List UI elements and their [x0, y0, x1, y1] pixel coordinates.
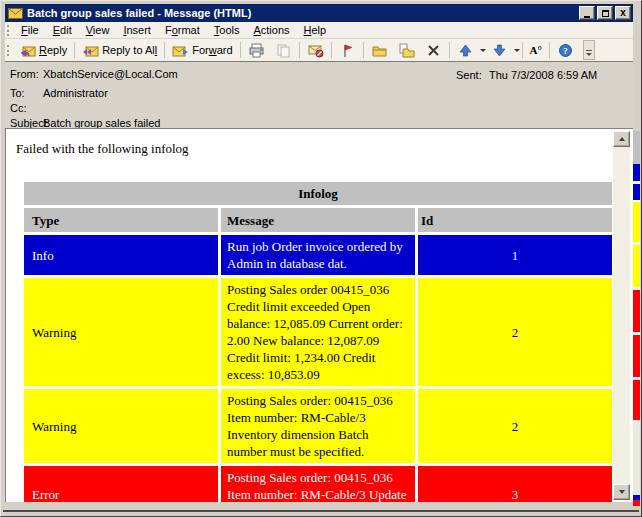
message-cell: Posting Sales order: 00415_036 Item numb… — [221, 389, 415, 463]
toolbar-separator — [240, 42, 241, 58]
previous-item-button[interactable] — [452, 40, 479, 60]
infolog-row: InfoRun job Order invoice ordered by Adm… — [24, 235, 612, 275]
toolbar-separator — [363, 42, 364, 58]
reply-all-icon — [82, 43, 99, 58]
flag-icon — [339, 43, 356, 58]
toolbar-options-button[interactable] — [583, 40, 595, 60]
body-intro-text: Failed with the following infolog — [6, 129, 633, 157]
delete-button[interactable] — [420, 40, 447, 60]
infolog-row: WarningPosting Sales order: 00415_036 It… — [24, 389, 612, 463]
to-value: Administrator — [43, 87, 633, 100]
table-edge-artifact — [633, 131, 640, 506]
menu-format[interactable]: Format — [158, 23, 207, 38]
message-body: Failed with the following infolog Infolo… — [5, 128, 633, 502]
minimize-button[interactable] — [579, 6, 595, 20]
menu-view[interactable]: View — [79, 23, 117, 38]
print-button[interactable] — [243, 40, 270, 60]
toolbar-separator — [549, 42, 550, 58]
copy-to-folder-button[interactable] — [393, 40, 420, 60]
sent-value: Thu 7/3/2008 6:59 AM — [489, 69, 597, 81]
toolbar-options-caret — [586, 53, 592, 56]
window-title: Batch group sales failed - Message (HTML… — [27, 7, 579, 19]
forward-button[interactable]: Forward — [167, 40, 237, 60]
help-icon: ? — [557, 43, 574, 58]
id-cell: 2 — [418, 389, 612, 463]
infolog-table: Infolog Type Message Id InfoRun job Orde… — [21, 179, 615, 502]
delete-icon — [425, 43, 442, 58]
text-size-button[interactable]: A° — [525, 40, 547, 60]
scroll-down-icon — [619, 490, 625, 494]
type-cell: Info — [24, 235, 218, 275]
menu-file[interactable]: File — [14, 23, 46, 38]
next-item-icon — [491, 43, 508, 58]
vertical-scrollbar[interactable] — [613, 131, 630, 500]
next-item-button[interactable] — [486, 40, 513, 60]
folder-icon — [371, 43, 388, 58]
column-header-type: Type — [24, 208, 218, 232]
maximize-icon — [602, 10, 609, 17]
infolog-row: WarningPosting Sales order 00415_036 Cre… — [24, 278, 612, 386]
type-cell: Warning — [24, 278, 218, 386]
infolog-title: Infolog — [24, 182, 612, 205]
reply-to-all-button[interactable]: Reply to All — [77, 40, 162, 60]
minimize-icon — [584, 16, 590, 18]
toolbar-separator — [331, 42, 332, 58]
print-icon — [248, 43, 265, 58]
scroll-up-button[interactable] — [613, 131, 630, 147]
toolbar-separator — [522, 42, 523, 58]
column-header-id: Id — [418, 208, 612, 232]
menu-drag-handle[interactable] — [7, 25, 12, 36]
junk-email-button[interactable] — [302, 40, 329, 60]
forward-icon — [172, 43, 189, 58]
menu-insert[interactable]: Insert — [116, 23, 158, 38]
menu-help[interactable]: Help — [297, 23, 334, 38]
scroll-down-button[interactable] — [613, 484, 630, 500]
toolbar-separator — [74, 42, 75, 58]
toolbar-separator — [164, 42, 165, 58]
message-cell: Posting Sales order 00415_036 Credit lim… — [221, 278, 415, 386]
junk-email-icon — [307, 43, 324, 58]
menu-actions[interactable]: Actions — [246, 23, 296, 38]
toolbar-separator — [299, 42, 300, 58]
toolbar-drag-handle[interactable] — [7, 45, 12, 56]
titlebar[interactable]: Batch group sales failed - Message (HTML… — [5, 4, 633, 22]
menu-edit[interactable]: Edit — [46, 23, 79, 38]
sent-label: Sent: — [456, 69, 489, 81]
type-cell: Warning — [24, 389, 218, 463]
reply-button[interactable]: Reply — [14, 40, 72, 60]
message-cell: Run job Order invoice ordered by Admin i… — [221, 235, 415, 275]
from-label: From: — [5, 68, 43, 81]
window-bottom-edge — [3, 510, 639, 512]
move-to-folder-button[interactable] — [366, 40, 393, 60]
message-window: Batch group sales failed - Message (HTML… — [0, 0, 642, 517]
scroll-up-icon — [619, 137, 625, 141]
copy-icon — [275, 43, 292, 58]
text-size-icon: A° — [530, 44, 542, 56]
toolbar: Reply Reply to All Forward — [5, 39, 633, 62]
id-cell: 1 — [418, 235, 612, 275]
menu-tools[interactable]: Tools — [207, 23, 247, 38]
copy-button[interactable] — [270, 40, 297, 60]
help-button[interactable]: ? — [552, 40, 579, 60]
reply-label: Reply — [39, 44, 67, 56]
menu-bar: FileEditViewInsertFormatToolsActionsHelp — [5, 22, 633, 39]
to-label: To: — [5, 87, 43, 100]
close-icon: x — [620, 8, 626, 18]
cc-label: Cc: — [5, 102, 43, 115]
reply-to-all-label: Reply to All — [102, 44, 157, 56]
infolog-tbody: InfoRun job Order invoice ordered by Adm… — [24, 235, 612, 502]
forward-label: Forward — [192, 44, 232, 56]
type-cell: Error — [24, 466, 218, 502]
id-cell: 2 — [418, 278, 612, 386]
next-item-dropdown[interactable] — [514, 49, 520, 52]
message-header: From: XbatchService@Local.Com Sent: Thu … — [5, 62, 633, 128]
follow-up-flag-button[interactable] — [334, 40, 361, 60]
toolbar-separator — [449, 42, 450, 58]
close-button[interactable]: x — [615, 6, 631, 20]
infolog-row: ErrorPosting Sales order: 00415_036 Item… — [24, 466, 612, 502]
maximize-button[interactable] — [597, 6, 613, 20]
message-cell: Posting Sales order: 00415_036 Item numb… — [221, 466, 415, 502]
toolbar-options-icon — [586, 50, 592, 51]
previous-item-icon — [457, 43, 474, 58]
svg-text:?: ? — [563, 45, 568, 55]
